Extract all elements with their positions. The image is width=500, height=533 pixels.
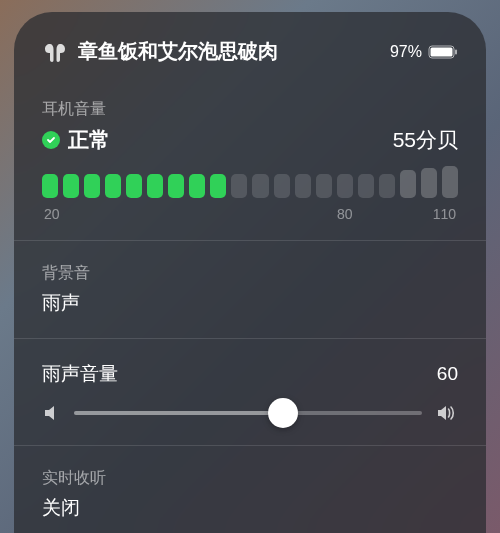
meter-segment	[252, 174, 268, 198]
rain-volume-label: 雨声音量	[42, 361, 118, 387]
airpods-pro-icon	[42, 41, 68, 63]
speaker-low-icon	[42, 403, 62, 423]
battery-status: 97%	[390, 43, 458, 61]
header: 章鱼饭和艾尔泡思破肉 97%	[42, 38, 458, 65]
rain-volume-value: 60	[437, 363, 458, 385]
slider-row	[42, 403, 458, 423]
background-sound-section[interactable]: 背景音 雨声	[42, 263, 458, 316]
divider	[14, 338, 486, 339]
svg-rect-1	[431, 47, 453, 56]
battery-icon	[428, 45, 458, 59]
meter-segment	[358, 174, 374, 198]
volume-slider[interactable]	[74, 411, 422, 415]
live-listen-section[interactable]: 实时收听 关闭	[42, 468, 458, 521]
slider-fill	[74, 411, 283, 415]
meter-segment	[84, 174, 100, 198]
meter-segment	[274, 174, 290, 198]
slider-header: 雨声音量 60	[42, 361, 458, 387]
meter-segment	[42, 174, 58, 198]
status-left: 正常	[42, 126, 110, 154]
meter-segment	[63, 174, 79, 198]
meter-segment	[316, 174, 332, 198]
meter-segment	[442, 166, 458, 198]
meter-segment	[210, 174, 226, 198]
meter-segment	[105, 174, 121, 198]
meter-segment	[168, 174, 184, 198]
speaker-high-icon	[434, 403, 458, 423]
svg-rect-2	[455, 49, 457, 54]
decibel-meter	[42, 166, 458, 198]
scale-min: 20	[44, 206, 60, 222]
meter-segment	[421, 168, 437, 198]
meter-segment	[379, 174, 395, 198]
battery-percent: 97%	[390, 43, 422, 61]
live-listen-value: 关闭	[42, 495, 458, 521]
scale-mid: 80	[337, 206, 353, 222]
meter-segment	[189, 174, 205, 198]
device-name: 章鱼饭和艾尔泡思破肉	[78, 38, 278, 65]
meter-segment	[400, 170, 416, 198]
divider	[14, 445, 486, 446]
meter-segment	[231, 174, 247, 198]
meter-segment	[126, 174, 142, 198]
decibel-value: 55分贝	[393, 126, 458, 154]
hearing-control-panel: 章鱼饭和艾尔泡思破肉 97% 耳机音量 正常 55分贝 20 80	[14, 12, 486, 533]
headphone-volume-title: 耳机音量	[42, 99, 458, 120]
live-listen-title: 实时收听	[42, 468, 458, 489]
divider	[14, 240, 486, 241]
headphone-volume-status-row: 正常 55分贝	[42, 126, 458, 154]
meter-segment	[147, 174, 163, 198]
background-sound-value: 雨声	[42, 290, 458, 316]
scale-max: 110	[433, 206, 456, 222]
meter-segment	[295, 174, 311, 198]
meter-segment	[337, 174, 353, 198]
header-left: 章鱼饭和艾尔泡思破肉	[42, 38, 278, 65]
meter-scale: 20 80 110	[42, 206, 458, 222]
slider-thumb[interactable]	[268, 398, 298, 428]
background-sound-title: 背景音	[42, 263, 458, 284]
rain-volume-section: 雨声音量 60	[42, 361, 458, 423]
headphone-volume-section: 耳机音量 正常 55分贝 20 80 110	[42, 99, 458, 222]
volume-status: 正常	[68, 126, 110, 154]
checkmark-icon	[42, 131, 60, 149]
